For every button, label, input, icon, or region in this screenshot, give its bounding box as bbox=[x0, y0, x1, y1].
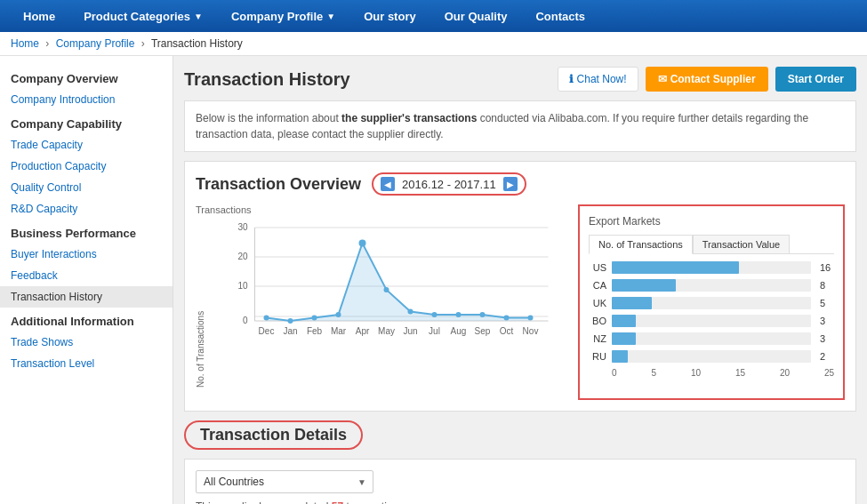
header-actions: ℹ Chat Now! ✉ Contact Supplier Start Ord… bbox=[558, 67, 856, 92]
svg-point-34 bbox=[528, 316, 534, 321]
tab-transaction-value[interactable]: Transaction Value bbox=[693, 235, 790, 253]
nav-company-profile[interactable]: Company Profile ▼ bbox=[217, 0, 349, 32]
overview-title: Transaction Overview bbox=[196, 175, 361, 194]
svg-point-32 bbox=[480, 312, 486, 317]
bar-fill-ca bbox=[612, 279, 676, 292]
tab-no-of-transactions[interactable]: No. of Transactions bbox=[589, 235, 693, 254]
date-next-button[interactable]: ▶ bbox=[503, 177, 518, 191]
y-axis-label: No. of Transactions bbox=[196, 219, 205, 388]
bar-fill-bo bbox=[612, 315, 636, 327]
breadcrumb-separator: › bbox=[45, 37, 49, 50]
nav-our-quality[interactable]: Our Quality bbox=[430, 0, 522, 32]
svg-point-28 bbox=[384, 287, 389, 292]
bar-row-nz: NZ 3 bbox=[589, 332, 834, 345]
svg-marker-22 bbox=[267, 244, 531, 322]
sidebar-item-transaction-level[interactable]: Transaction Level bbox=[0, 353, 173, 374]
sidebar-item-production-capacity[interactable]: Production Capacity bbox=[0, 156, 173, 177]
country-select[interactable]: All Countries bbox=[196, 470, 373, 493]
contact-supplier-button[interactable]: ✉ Contact Supplier bbox=[646, 67, 768, 92]
page-title: Transaction History bbox=[184, 69, 350, 90]
sidebar-section-company-capability: Company Capability bbox=[0, 110, 173, 134]
nav-our-story[interactable]: Our story bbox=[349, 0, 430, 32]
svg-text:Apr: Apr bbox=[356, 326, 370, 336]
bar-track-ca bbox=[612, 279, 811, 292]
sidebar-item-rd-capacity[interactable]: R&D Capacity bbox=[0, 198, 173, 220]
sidebar-item-transaction-history[interactable]: Transaction History bbox=[0, 286, 173, 308]
svg-text:Jan: Jan bbox=[283, 326, 297, 336]
bar-value-ru: 2 bbox=[820, 351, 834, 362]
svg-text:10: 10 bbox=[237, 281, 248, 291]
svg-text:0: 0 bbox=[243, 316, 248, 325]
top-navigation: Home Product Categories ▼ Company Profil… bbox=[0, 0, 867, 32]
line-chart-svg: 30 20 10 0 Dec Jan Feb Mar Apr bbox=[209, 219, 567, 370]
transaction-details-section: Transaction Details All Countries ▼ This… bbox=[184, 420, 856, 504]
bar-track-uk bbox=[612, 297, 811, 309]
svg-text:30: 30 bbox=[237, 222, 248, 232]
svg-text:May: May bbox=[378, 326, 395, 336]
charts-row: Transactions No. of Transactions bbox=[196, 204, 845, 400]
country-select-row: All Countries ▼ bbox=[196, 470, 845, 493]
sidebar-item-quality-control[interactable]: Quality Control bbox=[0, 177, 173, 198]
bar-value-us: 16 bbox=[820, 262, 834, 273]
start-order-button[interactable]: Start Order bbox=[775, 67, 856, 92]
transaction-details-title: Transaction Details bbox=[184, 420, 363, 450]
country-label-ru: RU bbox=[589, 351, 606, 362]
sidebar-item-trade-capacity[interactable]: Trade Capacity bbox=[0, 134, 173, 156]
sidebar-item-trade-shows[interactable]: Trade Shows bbox=[0, 332, 173, 353]
bar-fill-ru bbox=[612, 350, 628, 363]
svg-text:Jun: Jun bbox=[403, 326, 417, 336]
chart-inner: 30 20 10 0 Dec Jan Feb Mar Apr bbox=[209, 219, 567, 388]
date-prev-button[interactable]: ◀ bbox=[381, 177, 395, 191]
svg-point-24 bbox=[288, 318, 293, 324]
bar-row-ca: CA 8 bbox=[589, 279, 834, 292]
line-chart-area: Transactions No. of Transactions bbox=[196, 204, 567, 400]
svg-text:Jul: Jul bbox=[429, 326, 440, 336]
breadcrumb-home[interactable]: Home bbox=[11, 37, 39, 50]
transaction-overview-card: Transaction Overview ◀ 2016.12 - 2017.11… bbox=[184, 161, 856, 412]
info-icon: ℹ bbox=[569, 73, 574, 85]
svg-point-23 bbox=[264, 316, 269, 321]
bar-track-nz bbox=[612, 332, 811, 345]
svg-point-27 bbox=[359, 240, 366, 247]
overview-header: Transaction Overview ◀ 2016.12 - 2017.11… bbox=[196, 172, 845, 196]
dropdown-arrow-icon: ▼ bbox=[326, 12, 335, 21]
chart-label: Transactions bbox=[196, 204, 567, 215]
nav-contacts[interactable]: Contacts bbox=[521, 0, 599, 32]
page-header: Transaction History ℹ Chat Now! ✉ Contac… bbox=[184, 67, 856, 92]
chat-now-button[interactable]: ℹ Chat Now! bbox=[558, 67, 638, 92]
svg-text:Sep: Sep bbox=[475, 326, 491, 336]
breadcrumb-separator: › bbox=[141, 37, 145, 50]
bar-value-bo: 3 bbox=[820, 316, 834, 326]
bar-track-ru bbox=[612, 350, 811, 363]
svg-point-33 bbox=[504, 316, 510, 321]
bar-value-nz: 3 bbox=[820, 333, 834, 344]
bar-value-ca: 8 bbox=[820, 280, 834, 291]
svg-point-26 bbox=[336, 312, 341, 317]
country-label-nz: NZ bbox=[589, 333, 606, 344]
svg-text:Oct: Oct bbox=[500, 326, 514, 336]
date-range-label: 2016.12 - 2017.11 bbox=[402, 178, 496, 191]
svg-text:Dec: Dec bbox=[259, 326, 275, 336]
breadcrumb-company-profile[interactable]: Company Profile bbox=[56, 37, 135, 50]
nav-product-categories[interactable]: Product Categories ▼ bbox=[69, 0, 217, 32]
line-chart-container: No. of Transactions bbox=[196, 219, 567, 388]
sidebar: Company Overview Company Introduction Co… bbox=[0, 56, 173, 504]
sidebar-item-buyer-interactions[interactable]: Buyer Interactions bbox=[0, 244, 173, 265]
bar-row-bo: BO 3 bbox=[589, 315, 834, 327]
export-tabs: No. of Transactions Transaction Value bbox=[589, 235, 834, 254]
bar-track-bo bbox=[612, 315, 811, 327]
export-markets-panel: Export Markets No. of Transactions Trans… bbox=[578, 204, 845, 400]
export-markets-title: Export Markets bbox=[589, 215, 834, 228]
envelope-icon: ✉ bbox=[658, 73, 667, 85]
date-navigator: ◀ 2016.12 - 2017.11 ▶ bbox=[372, 172, 526, 196]
bar-chart: US 16 CA 8 bbox=[589, 261, 834, 363]
svg-text:Nov: Nov bbox=[523, 326, 539, 336]
breadcrumb: Home › Company Profile › Transaction His… bbox=[0, 32, 867, 56]
sidebar-item-company-introduction[interactable]: Company Introduction bbox=[0, 89, 173, 110]
nav-home[interactable]: Home bbox=[9, 0, 69, 32]
description-text: Below is the information about the suppl… bbox=[184, 100, 856, 152]
sidebar-item-feedback[interactable]: Feedback bbox=[0, 265, 173, 286]
svg-text:20: 20 bbox=[237, 252, 248, 261]
transaction-details-card: All Countries ▼ This supplier has comple… bbox=[184, 459, 856, 504]
transaction-count-link[interactable]: 57 bbox=[332, 500, 343, 504]
